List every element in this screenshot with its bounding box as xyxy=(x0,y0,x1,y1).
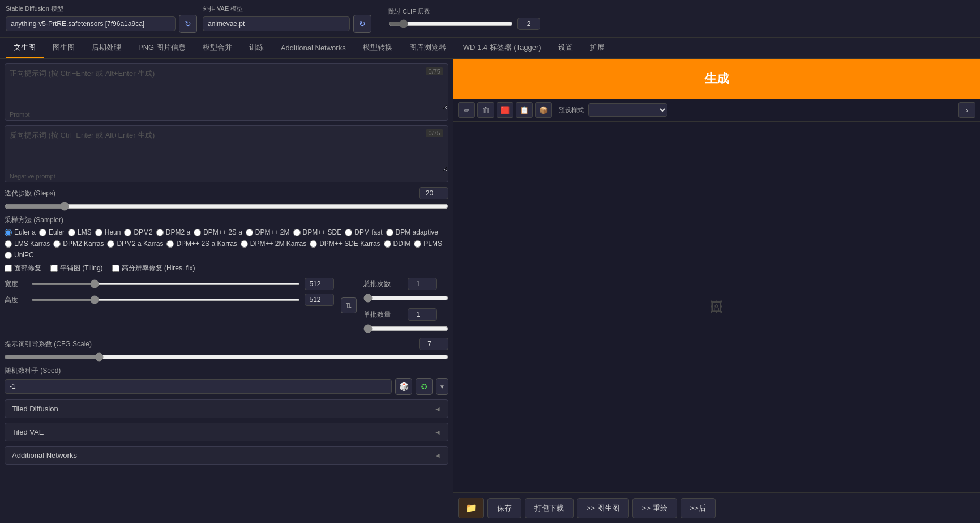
sd-model-refresh-btn[interactable]: ↻ xyxy=(179,15,197,33)
sampler-lmskarras[interactable]: LMS Karras xyxy=(5,240,50,248)
face-restore-checkbox[interactable]: 面部修复 xyxy=(5,263,41,273)
preset-select[interactable] xyxy=(588,103,667,117)
cfg-label: 提示词引导系数 (CFG Scale) xyxy=(5,339,92,349)
generate-button[interactable]: 生成 xyxy=(453,59,980,99)
positive-prompt-input[interactable] xyxy=(5,64,448,109)
sampler-dpmppsde[interactable]: DPM++ SDE xyxy=(293,228,342,236)
to-extras-btn[interactable]: >>后 xyxy=(681,498,716,518)
additional-networks-title: Additional Networks xyxy=(12,451,77,460)
preset-label: 预设样式 xyxy=(559,106,584,114)
sampler-label: 采样方法 (Sampler) xyxy=(5,215,448,225)
batch-size-input[interactable] xyxy=(408,308,437,321)
seed-dice-btn[interactable]: 🎲 xyxy=(395,378,412,395)
chevron-right-icon: › xyxy=(966,106,968,114)
tab-model-convert[interactable]: 模型转换 xyxy=(355,38,400,58)
sampler-dpmppsdekarras[interactable]: DPM++ SDE Karras xyxy=(310,240,380,248)
sd-model-select[interactable]: anything-v5-PrtRE.safetensors [7f96a1a9c… xyxy=(6,16,176,31)
batch-count-slider[interactable] xyxy=(363,294,448,303)
recycle-icon: ♻ xyxy=(421,382,428,391)
tab-train[interactable]: 训练 xyxy=(241,38,272,58)
copy-btn[interactable]: 📋 xyxy=(516,102,533,118)
sampler-ddim[interactable]: DDIM xyxy=(384,240,411,248)
width-slider[interactable] xyxy=(32,283,300,285)
clip-slider[interactable] xyxy=(388,19,513,28)
sampler-dpm2karras[interactable]: DPM2 Karras xyxy=(53,240,104,248)
steps-slider[interactable] xyxy=(5,202,448,211)
tab-extras[interactable]: 后期处理 xyxy=(84,38,129,58)
sampler-dpmpp2sa[interactable]: DPM++ 2S a xyxy=(194,228,242,236)
to-inpaint-btn[interactable]: >> 重绘 xyxy=(632,498,677,518)
batch-size-slider[interactable] xyxy=(363,324,448,333)
tab-extensions[interactable]: 扩展 xyxy=(582,38,613,58)
toolbar-row: ✏ 🗑 🟥 📋 📦 预设样式 xyxy=(453,99,980,122)
download-btn[interactable]: 打包下载 xyxy=(525,498,574,518)
tiled-diffusion-header[interactable]: Tiled Diffusion ◄ xyxy=(5,400,448,418)
additional-networks-arrow: ◄ xyxy=(434,452,441,460)
sampler-heun[interactable]: Heun xyxy=(95,228,121,236)
sampler-dpmadaptive[interactable]: DPM adaptive xyxy=(386,228,438,236)
app-container: Stable Diffusion 模型 anything-v5-PrtRE.sa… xyxy=(0,0,980,523)
sampler-plms[interactable]: PLMS xyxy=(414,240,442,248)
sampler-dpmpp2m[interactable]: DPM++ 2M xyxy=(246,228,290,236)
tab-pnginfo[interactable]: PNG 图片信息 xyxy=(130,38,194,58)
size-batch-section: 宽度 高度 ⇅ 总批次数 xyxy=(5,278,448,333)
left-panel: 0/75 Prompt 0/75 Negative prompt 迭代步数 (S… xyxy=(0,59,453,523)
tiling-checkbox[interactable]: 平铺图 (Tiling) xyxy=(50,263,103,273)
trash-icon: 🗑 xyxy=(482,106,490,114)
tab-img2img[interactable]: 图生图 xyxy=(45,38,83,58)
refresh-icon-vae: ↻ xyxy=(359,19,366,28)
tab-bar: 文生图 图生图 后期处理 PNG 图片信息 模型合并 训练 Additional… xyxy=(0,38,980,59)
vae-model-refresh-btn[interactable]: ↻ xyxy=(353,15,371,33)
swap-dimensions-btn[interactable]: ⇅ xyxy=(341,297,357,313)
tab-settings[interactable]: 设置 xyxy=(550,38,581,58)
sampler-dpm2a[interactable]: DPM2 a xyxy=(156,228,190,236)
sampler-euler[interactable]: Euler xyxy=(39,228,65,236)
sampler-dpm2[interactable]: DPM2 xyxy=(124,228,152,236)
face-restore-label: 面部修复 xyxy=(14,263,41,273)
sampler-dpmpp2mkarras[interactable]: DPM++ 2M Karras xyxy=(241,240,306,248)
vae-model-select[interactable]: animevae.pt xyxy=(203,16,350,31)
zip-btn[interactable]: 📦 xyxy=(535,102,552,118)
sampler-section: 采样方法 (Sampler) Euler a Euler LMS Heun DP… xyxy=(5,215,448,259)
save-export-btn[interactable]: 🟥 xyxy=(497,102,513,118)
seed-section: 随机数种子 (Seed) 🎲 ♻ ▼ xyxy=(5,366,448,395)
steps-input[interactable] xyxy=(419,187,448,199)
tab-txt2img[interactable]: 文生图 xyxy=(6,38,44,58)
seed-extra-btn[interactable]: ▼ xyxy=(436,378,448,395)
tiled-vae-header[interactable]: Tiled VAE ◄ xyxy=(5,423,448,441)
tab-additional-networks[interactable]: Additional Networks xyxy=(273,39,354,58)
tiled-diffusion-accordion: Tiled Diffusion ◄ xyxy=(5,399,448,418)
tiled-vae-arrow: ◄ xyxy=(434,428,441,436)
tab-merge[interactable]: 模型合并 xyxy=(195,38,240,58)
width-row: 宽度 xyxy=(5,278,334,290)
sampler-dpm2akarras[interactable]: DPM2 a Karras xyxy=(107,240,163,248)
height-slider[interactable] xyxy=(32,299,300,301)
cfg-slider[interactable] xyxy=(5,352,448,362)
negative-token-count: 0/75 xyxy=(426,129,443,137)
folder-btn[interactable]: 📁 xyxy=(458,498,484,518)
tiled-vae-title: Tiled VAE xyxy=(12,428,44,436)
negative-prompt-input[interactable] xyxy=(5,126,448,171)
tab-tagger[interactable]: WD 1.4 标签器 (Tagger) xyxy=(455,38,549,58)
additional-networks-header[interactable]: Additional Networks ◄ xyxy=(5,447,448,464)
zip-icon: 📦 xyxy=(539,106,548,114)
save-btn[interactable]: 保存 xyxy=(487,498,521,518)
sampler-dpmpp2sakarras[interactable]: DPM++ 2S a Karras xyxy=(166,240,237,248)
tab-image-browser[interactable]: 图库浏览器 xyxy=(401,38,454,58)
sampler-lms[interactable]: LMS xyxy=(68,228,92,236)
width-input[interactable] xyxy=(305,278,334,290)
sampler-dpmfast[interactable]: DPM fast xyxy=(345,228,382,236)
sampler-unipc[interactable]: UniPC xyxy=(5,251,34,259)
sampler-euler-a[interactable]: Euler a xyxy=(5,228,36,236)
seed-recycle-btn[interactable]: ♻ xyxy=(416,378,433,395)
seed-input[interactable] xyxy=(5,379,392,394)
hires-fix-checkbox[interactable]: 高分辨率修复 (Hires. fix) xyxy=(112,263,195,273)
cfg-input[interactable] xyxy=(419,338,448,350)
trash-btn[interactable]: 🗑 xyxy=(477,102,494,118)
expand-btn[interactable]: › xyxy=(958,102,975,118)
height-input[interactable] xyxy=(305,294,334,306)
pencil-btn[interactable]: ✏ xyxy=(458,102,475,118)
batch-count-input[interactable] xyxy=(408,278,437,290)
to-img2img-btn[interactable]: >> 图生图 xyxy=(577,498,629,518)
tiling-label: 平铺图 (Tiling) xyxy=(60,263,103,273)
